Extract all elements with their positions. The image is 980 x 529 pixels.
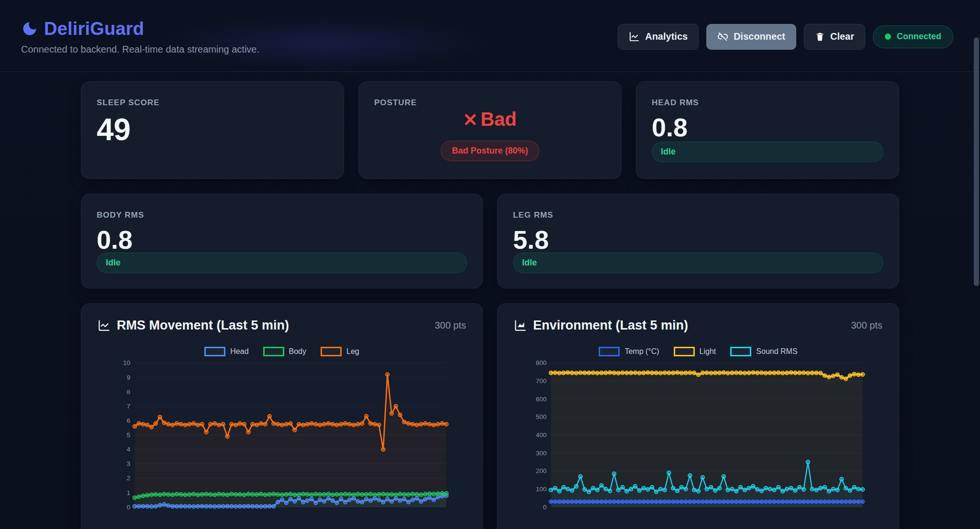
posture-label: POSTURE (374, 98, 606, 108)
posture-status-text: Bad (480, 109, 517, 130)
app-title: DeliriGuard (44, 19, 144, 39)
legend-swatch (204, 347, 225, 356)
connection-status-label: Connected (897, 32, 941, 42)
svg-text:100: 100 (536, 485, 547, 493)
svg-text:6: 6 (127, 417, 131, 424)
svg-text:700: 700 (536, 377, 547, 385)
posture-badge: Bad Posture (80%) (441, 141, 539, 161)
leg-rms-label: LEG RMS (513, 210, 883, 220)
svg-text:2: 2 (127, 474, 131, 482)
line-chart-icon (98, 319, 111, 332)
svg-text:5: 5 (127, 431, 131, 439)
svg-text:200: 200 (536, 467, 547, 474)
header-actions: Analytics Disconnect Clear Connected (618, 24, 953, 50)
charts-row: RMS Movement (Last 5 min) 300 pts HeadBo… (81, 303, 899, 529)
dashboard-page: DeliriGuard Connected to backend. Real-t… (0, 0, 980, 529)
movement-chart-card: RMS Movement (Last 5 min) 300 pts HeadBo… (81, 303, 483, 529)
sleep-score-value: 49 (97, 114, 328, 145)
leg-rms-card: LEG RMS 5.8 Idle (497, 194, 899, 288)
svg-text:400: 400 (536, 431, 547, 439)
header-subtitle: Connected to backend. Real-time data str… (21, 44, 259, 55)
link-slash-icon (717, 31, 728, 42)
legend-swatch (599, 347, 620, 356)
legend-item[interactable]: Body (263, 347, 306, 356)
svg-text:500: 500 (536, 413, 547, 420)
environment-chart-plot: 8007006005004003002001000 (514, 358, 882, 529)
head-rms-label: HEAD RMS (652, 98, 883, 108)
x-icon (463, 112, 478, 127)
legend-label: Temp (°C) (624, 347, 659, 356)
legend-swatch (674, 347, 695, 356)
body-rms-state-badge: Idle (97, 253, 467, 273)
svg-text:600: 600 (536, 395, 547, 402)
moon-icon (21, 20, 38, 37)
legend-swatch (263, 347, 284, 356)
svg-text:4: 4 (127, 446, 131, 453)
disconnect-button[interactable]: Disconnect (706, 24, 796, 50)
svg-text:7: 7 (127, 403, 131, 410)
movement-chart-points: 300 pts (434, 320, 466, 331)
svg-text:0: 0 (127, 503, 131, 510)
legend-label: Head (230, 347, 248, 356)
legend-item[interactable]: Temp (°C) (599, 347, 659, 356)
body-rms-card: BODY RMS 0.8 Idle (81, 194, 483, 288)
sleep-score-label: SLEEP SCORE (97, 98, 328, 108)
posture-card: POSTURE Bad Bad Posture (80%) (358, 81, 622, 179)
movement-chart-legend: HeadBodyLeg (98, 346, 466, 357)
head-rms-card: HEAD RMS 0.8 Idle (636, 81, 899, 179)
svg-text:300: 300 (536, 449, 547, 456)
svg-text:0: 0 (543, 503, 547, 510)
legend-label: Light (700, 347, 716, 356)
head-rms-state-badge: Idle (652, 142, 883, 162)
svg-text:10: 10 (123, 359, 131, 366)
app-header: DeliriGuard Connected to backend. Real-t… (0, 0, 980, 72)
legend-item[interactable]: Light (674, 347, 716, 356)
legend-swatch (730, 347, 751, 356)
header-branding: DeliriGuard Connected to backend. Real-t… (21, 19, 259, 55)
svg-text:8: 8 (127, 388, 131, 395)
stats-row-1: SLEEP SCORE 49 POSTURE Bad Bad Posture (… (81, 81, 899, 179)
leg-rms-state-badge: Idle (513, 253, 883, 273)
movement-chart-plot: 109876543210 (98, 358, 466, 529)
clear-button-label: Clear (830, 31, 854, 42)
environment-chart-points: 300 pts (851, 320, 882, 331)
legend-label: Sound RMS (756, 347, 797, 356)
trash-icon (815, 32, 825, 42)
svg-text:9: 9 (127, 374, 131, 381)
legend-label: Body (289, 347, 306, 356)
environment-chart-legend: Temp (°C)LightSound RMS (514, 346, 882, 357)
legend-label: Leg (346, 347, 359, 356)
scrollbar[interactable] (974, 37, 979, 286)
main-content: SLEEP SCORE 49 POSTURE Bad Bad Posture (… (81, 81, 899, 529)
svg-text:3: 3 (127, 460, 131, 467)
legend-item[interactable]: Head (204, 347, 248, 356)
analytics-button[interactable]: Analytics (618, 24, 699, 50)
svg-text:800: 800 (536, 359, 547, 366)
posture-status: Bad (463, 109, 517, 130)
area-chart-icon (514, 319, 527, 332)
line-chart-icon (629, 31, 640, 42)
sleep-score-card: SLEEP SCORE 49 (81, 81, 344, 179)
analytics-button-label: Analytics (645, 31, 688, 42)
environment-chart-title: Environment (Last 5 min) (533, 318, 688, 333)
legend-swatch (321, 347, 342, 356)
leg-rms-value: 5.8 (513, 227, 883, 253)
body-rms-value: 0.8 (97, 227, 467, 253)
connection-status-badge: Connected (873, 25, 953, 48)
head-rms-value: 0.8 (652, 114, 883, 140)
legend-item[interactable]: Leg (321, 347, 359, 356)
stats-row-2: BODY RMS 0.8 Idle LEG RMS 5.8 Idle (81, 194, 899, 288)
disconnect-button-label: Disconnect (734, 31, 785, 42)
svg-text:1: 1 (127, 489, 131, 496)
environment-chart-card: Environment (Last 5 min) 300 pts Temp (°… (497, 303, 899, 529)
body-rms-label: BODY RMS (97, 210, 467, 220)
clear-button[interactable]: Clear (804, 24, 865, 50)
movement-chart-title: RMS Movement (Last 5 min) (117, 318, 289, 333)
status-dot-icon (885, 33, 891, 40)
legend-item[interactable]: Sound RMS (730, 347, 797, 356)
